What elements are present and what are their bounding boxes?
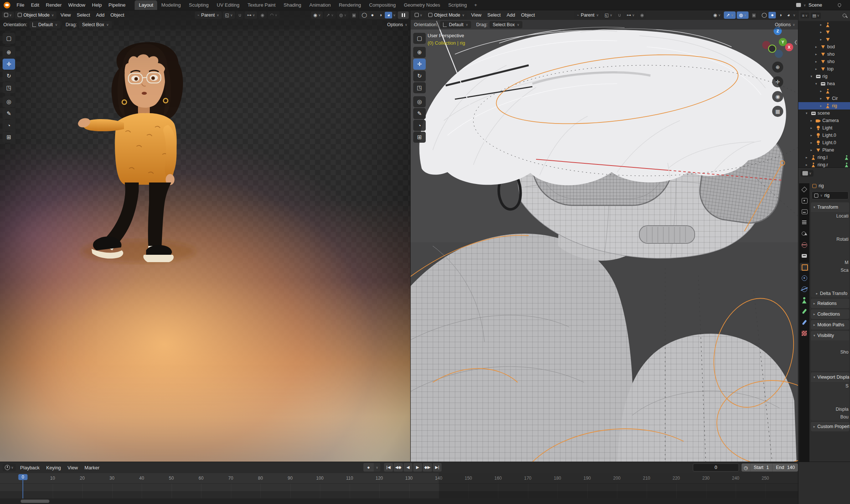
current-frame-field[interactable]: 0 <box>693 463 739 472</box>
world-tab[interactable] <box>800 241 809 249</box>
expander-icon[interactable]: ▸ <box>820 38 824 41</box>
workspace-tab[interactable]: Rendering <box>335 0 365 10</box>
menu-item[interactable]: Help <box>89 1 105 9</box>
move-tool[interactable]: ✛ <box>413 59 426 70</box>
expander-icon[interactable]: ▸ <box>806 163 809 167</box>
options-dropdown[interactable]: Options∨ <box>775 22 795 27</box>
outliner-row[interactable]: ▸ <box>798 36 850 43</box>
add-workspace-button[interactable]: + <box>471 0 481 10</box>
select-box-tool[interactable]: ▢ <box>413 33 426 44</box>
expander-icon[interactable]: ▸ <box>811 126 814 130</box>
timeline-menu-item[interactable]: Marker <box>82 464 102 472</box>
outliner-row[interactable]: ▸ Light.0 <box>798 139 850 146</box>
outliner-row[interactable]: ▸ ring.r <box>798 161 850 168</box>
jump-to-start-button[interactable]: |◀ <box>384 463 393 472</box>
bone-constraint-tab[interactable] <box>800 318 809 326</box>
expander-icon[interactable]: ▾ <box>806 111 809 115</box>
viewport-menu-item[interactable]: View <box>468 11 484 19</box>
gizmos-toggle[interactable]: ↗∨ <box>324 11 336 19</box>
outliner-row[interactable]: ▸ <box>798 21 850 28</box>
rendered-shading-button[interactable]: ◕ <box>385 12 392 18</box>
pan-button[interactable]: ✛ <box>772 76 783 87</box>
camera-view-button[interactable]: ◉ <box>772 91 783 102</box>
expander-icon[interactable]: ▸ <box>820 89 824 93</box>
next-keyframe-button[interactable]: ◆▶ <box>423 463 432 472</box>
expander-icon[interactable]: ▸ <box>820 104 824 108</box>
editor-type-button[interactable]: ∨ <box>412 12 425 18</box>
outliner-row[interactable]: ▸ Plane <box>798 146 850 154</box>
menu-item[interactable]: File <box>13 1 28 9</box>
stopwatch-icon[interactable]: ◷ <box>742 463 750 472</box>
output-tab[interactable] <box>800 208 809 216</box>
workspace-tab[interactable]: UV Editing <box>213 0 243 10</box>
expander-icon[interactable]: ▸ <box>815 52 819 56</box>
outliner-row[interactable]: ▸ Light.0 <box>798 132 850 139</box>
viewport-menu-item[interactable]: View <box>58 11 74 19</box>
scrollbar-thumb[interactable] <box>21 500 49 503</box>
outliner-row[interactable]: ▸ Light <box>798 124 850 132</box>
shading-dropdown-icon[interactable]: ∨ <box>793 13 795 17</box>
display-mode-dropdown[interactable]: ≡∨ <box>801 13 809 18</box>
viewport-menu-item[interactable]: Select <box>484 11 504 19</box>
gizmos-toggle[interactable]: ↗∨ <box>724 11 736 19</box>
outliner-row[interactable]: ▸ ring.l <box>798 154 850 161</box>
expander-icon[interactable]: ▾ <box>815 82 819 86</box>
move-tool[interactable]: ✛ <box>3 59 15 70</box>
rendered-shading-button[interactable]: ◕ <box>785 12 792 18</box>
expander-icon[interactable]: ▸ <box>811 119 814 122</box>
scene-selector[interactable]: ∨ Scene <box>793 0 841 10</box>
options-dropdown[interactable]: Options∨ <box>387 22 407 27</box>
orthographic-toggle[interactable]: ▦ <box>772 106 783 117</box>
transform-pivot-button[interactable]: ◱∨ <box>223 11 235 19</box>
viewport-menu-item[interactable]: Add <box>93 11 107 19</box>
wireframe-shading-button[interactable]: ◯ <box>360 12 368 18</box>
section-header-relations[interactable]: ▸Relations <box>811 299 849 308</box>
workspace-tab[interactable]: Layout <box>135 0 157 10</box>
pause-render-button[interactable] <box>398 11 409 19</box>
blender-logo-icon[interactable] <box>4 2 10 8</box>
expander-icon[interactable]: ▸ <box>820 23 824 27</box>
solid-shading-button[interactable]: ● <box>369 12 376 18</box>
render-tab[interactable] <box>800 197 809 205</box>
outliner-row[interactable]: ▾ rig <box>798 73 850 80</box>
start-frame-field[interactable]: Start1 <box>750 463 772 472</box>
jump-to-end-button[interactable]: ▶| <box>433 463 442 472</box>
transform-tool[interactable]: ◎ <box>413 96 426 107</box>
outliner-row[interactable]: ▸ Camera <box>798 117 850 124</box>
outliner-row[interactable]: ▾ scene <box>798 110 850 117</box>
object-data-tab[interactable] <box>800 296 809 304</box>
transform-tool[interactable]: ◎ <box>3 96 15 107</box>
expander-icon[interactable]: ▸ <box>811 148 814 152</box>
outliner-row[interactable]: ▸ <box>798 28 850 36</box>
overlays-toggle[interactable]: ◍∨ <box>337 11 349 19</box>
outliner-row[interactable]: ▾ hea <box>798 80 850 87</box>
menu-item[interactable]: Pipeline <box>105 1 129 9</box>
physics-tab[interactable] <box>800 285 809 293</box>
annotate-tool[interactable]: ✎ <box>3 108 15 119</box>
workspace-tab[interactable]: Modeling <box>157 0 185 10</box>
drag-dropdown[interactable]: Select Box∨ <box>490 21 522 28</box>
drag-dropdown[interactable]: Select Box∨ <box>79 21 111 28</box>
xray-toggle[interactable]: ▣ <box>350 11 358 19</box>
subsection-header-delta-transform[interactable]: ▸Delta Transfo <box>811 289 849 298</box>
outliner-row[interactable]: ▸ Cir <box>798 95 850 102</box>
falloff-button[interactable]: ◠∨ <box>268 11 280 19</box>
viewport-menu-item[interactable]: Object <box>518 11 538 19</box>
viewport-menu-item[interactable]: Select <box>74 11 93 19</box>
parent-dropdown[interactable]: ⌁Parent∨ <box>195 11 222 19</box>
visibility-dropdown[interactable]: ◉∨ <box>711 11 723 19</box>
editor-type-button[interactable]: ∨ <box>2 12 14 18</box>
menu-item[interactable]: Edit <box>28 1 42 9</box>
filter-dropdown[interactable]: ▤∨ <box>811 13 821 19</box>
timeline-menu-item[interactable]: Playback <box>17 464 43 472</box>
object-name-field[interactable]: ∨ rig <box>812 191 849 199</box>
bone-tab[interactable] <box>800 307 809 315</box>
expander-icon[interactable]: ▸ <box>811 141 814 145</box>
snap-target-button[interactable]: ⊶∨ <box>624 11 637 19</box>
material-shading-button[interactable]: ◑ <box>777 12 784 18</box>
outliner-row[interactable]: ▸ bod <box>798 43 850 51</box>
sidebar-collapse-icon[interactable]: ❮ <box>794 39 798 45</box>
add-cube-tool[interactable]: ⊞ <box>413 132 426 143</box>
axis-x[interactable]: X <box>785 43 793 51</box>
proportional-editing-icon[interactable]: ◉ <box>258 11 266 19</box>
